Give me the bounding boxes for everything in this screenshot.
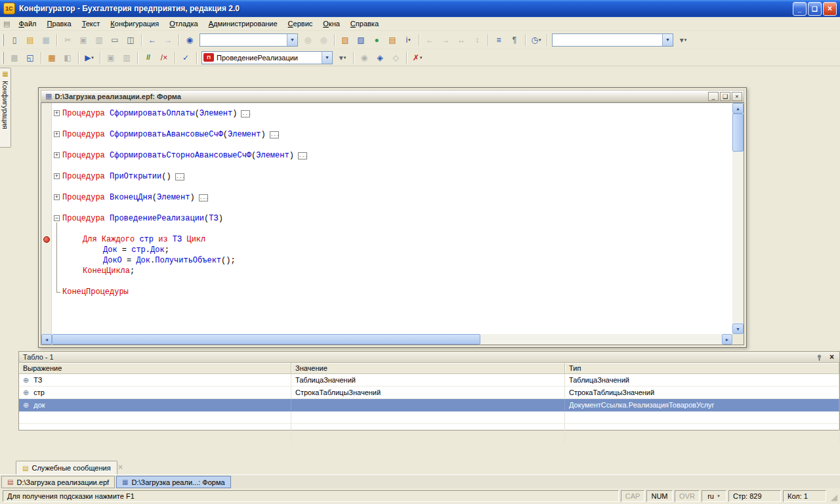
collapsed-body-icon[interactable]: ... (241, 110, 250, 117)
toolbar-grip[interactable] (2, 34, 4, 46)
bookmark-icon[interactable]: ◈ (373, 51, 387, 65)
code-line[interactable]: +Процедура ПриОткрытии()... (53, 171, 732, 182)
open-config-icon[interactable]: ▦ (45, 51, 59, 65)
code-editor[interactable]: +Процедура СформироватьОплаты(Элемент)..… (41, 102, 744, 345)
code-line[interactable] (53, 140, 732, 150)
procedure-combo[interactable]: ППроведениеРеализации▼ (201, 51, 333, 64)
tablo-cell-type[interactable]: СтрокаТаблицыЗначений (565, 387, 839, 398)
collapsed-body-icon[interactable]: ... (270, 131, 279, 138)
print-icon[interactable]: ▭ (108, 33, 122, 47)
language-indicator[interactable]: ru ▼ (702, 490, 726, 502)
window-tab-epf[interactable]: ▤D:\Загрузка реализации.epf (1, 476, 115, 488)
paste-icon[interactable]: ▥ (92, 33, 106, 47)
stopwatch-icon-dropdown[interactable]: ▾ (539, 37, 541, 43)
search-combo[interactable]: ▼ (200, 33, 298, 47)
tablo-row[interactable] (19, 411, 839, 424)
caps-lock-indicator[interactable]: CAP (621, 490, 644, 502)
start-debug-icon[interactable]: ▶▾ (82, 51, 96, 65)
copy-format-icon[interactable]: ▣ (104, 51, 118, 65)
next-bookmark-icon[interactable]: ◇ (388, 51, 403, 65)
cut-icon[interactable]: ✂ (60, 33, 75, 47)
tablo-cell-type[interactable]: ДокументСсылка.РеализацияТоваровУслуг (565, 399, 839, 411)
overwrite-indicator[interactable]: OVR (675, 490, 700, 502)
expand-icon[interactable]: + (53, 171, 62, 182)
code-line[interactable]: −Процедура ПроведениеРеализации(ТЗ) (53, 213, 732, 224)
delete-icon-dropdown[interactable]: ▾ (420, 55, 423, 60)
scroll-down-icon[interactable]: ▼ (732, 324, 744, 334)
menu-administration[interactable]: Администрирование (203, 18, 283, 30)
uncomment-icon[interactable]: /× (157, 51, 171, 65)
go-back-definition-icon[interactable]: ↕ (470, 33, 484, 47)
menu-help[interactable]: Справка (345, 18, 384, 30)
code-line[interactable] (53, 161, 732, 171)
tablo-close-icon[interactable]: × (828, 352, 835, 362)
menu-file[interactable]: Файл (13, 18, 41, 30)
search-combo-dropdown-icon[interactable]: ▼ (287, 34, 297, 46)
expand-icon[interactable]: + (53, 129, 62, 140)
compare-icon[interactable]: ◧ (60, 51, 75, 65)
update-config-icon[interactable]: ▩ (7, 51, 22, 65)
scroll-up-icon[interactable]: ▲ (732, 103, 744, 114)
menu-configuration[interactable]: Конфигурация (105, 18, 164, 30)
find-next-icon[interactable]: ◎ (301, 33, 315, 47)
copy-icon[interactable]: ▣ (76, 33, 91, 47)
expand-icon[interactable]: + (53, 108, 62, 119)
scroll-left-icon[interactable]: ◄ (41, 334, 52, 345)
delete-icon[interactable]: ✗▾ (410, 51, 425, 65)
tablo-cell-value[interactable]: ТаблицаЗначений (291, 374, 565, 386)
menu-edit[interactable]: Правка (41, 18, 76, 30)
maximize-button[interactable]: ❑ (808, 2, 822, 16)
modules-icon[interactable]: ▧ (354, 33, 368, 47)
window-tab-form[interactable]: ▦D:\Загрузка реали...: Форма (116, 476, 231, 488)
horizontal-scrollbar-thumb[interactable] (52, 334, 480, 345)
format-icon[interactable]: ¶ (507, 33, 522, 47)
breakpoint-icon[interactable] (43, 236, 50, 243)
find-procedure-icon[interactable]: ◉ (357, 51, 371, 65)
forward-icon[interactable]: → (438, 33, 453, 47)
num-lock-indicator[interactable]: NUM (646, 490, 673, 502)
combo-more-icon-dropdown[interactable]: ▾ (344, 55, 346, 60)
code-line[interactable]: +Процедура СформироватьСторноАвансовыеСч… (53, 150, 732, 161)
tablo-row[interactable]: ⊕стрСтрокаТаблицыЗначенийСтрокаТаблицыЗн… (19, 387, 839, 399)
tablo-cell-type[interactable]: ТаблицаЗначений (565, 374, 839, 386)
paste-format-icon[interactable]: ▥ (119, 51, 134, 65)
expand-icon[interactable]: ⊕ (23, 376, 29, 385)
expand-icon[interactable]: + (53, 192, 62, 203)
editor-titlebar[interactable]: ▦ D:\Загрузка реализации.epf: Форма _ ❑ … (41, 90, 744, 102)
code-line[interactable]: +Процедура СформироватьОплаты(Элемент)..… (53, 108, 732, 119)
code-line[interactable]: Для Каждого стр из ТЗ Цикл (53, 234, 732, 245)
menu-text[interactable]: Текст (77, 18, 106, 30)
redo-icon[interactable]: → (161, 33, 175, 47)
expand-icon[interactable]: ⊕ (23, 401, 29, 410)
save-icon[interactable]: ▦ (39, 33, 53, 47)
find-icon[interactable]: ◉ (182, 33, 197, 47)
code-line[interactable]: КонецПроцедуры (53, 287, 732, 297)
code-line[interactable] (53, 182, 732, 192)
code-line[interactable]: Док = стр.Док; (53, 245, 732, 255)
more-buttons-icon-dropdown[interactable]: ▾ (684, 37, 687, 43)
undo-icon[interactable]: ← (145, 33, 159, 47)
code-line[interactable]: ДокО = Док.ПолучитьОбъект(); (53, 255, 732, 266)
more-buttons-icon[interactable]: ▾▾ (676, 33, 690, 47)
code-line[interactable] (53, 276, 732, 287)
tablo-cell-value[interactable]: СтрокаТаблицыЗначений (291, 387, 565, 398)
breakpoint-gutter[interactable] (41, 103, 52, 334)
editor-maximize-button[interactable]: ❑ (720, 92, 730, 101)
collapsed-body-icon[interactable]: ... (298, 152, 307, 159)
toolbar-grip[interactable] (2, 52, 4, 64)
info-icon-dropdown[interactable]: ▾ (408, 37, 411, 43)
close-button[interactable]: × (823, 2, 837, 16)
tablo-cell-expression[interactable]: ⊕стр (19, 387, 291, 398)
code-line[interactable] (53, 203, 732, 213)
tablo-cell-expression[interactable]: ⊕док (19, 399, 291, 411)
tablo-row[interactable]: ⊕докДокументСсылка.РеализацияТоваровУслу… (19, 399, 839, 411)
procedures-list-icon[interactable]: ≡ (492, 33, 506, 47)
tablo-row[interactable]: ⊕ТЗТаблицаЗначенийТаблицаЗначений (19, 374, 839, 387)
context-combo[interactable]: ▼ (552, 33, 673, 47)
stopwatch-icon[interactable]: ◷▾ (529, 33, 543, 47)
editor-minimize-button[interactable]: _ (708, 92, 719, 101)
code-line[interactable] (53, 224, 732, 234)
horizontal-scrollbar[interactable]: ◄ ► (41, 334, 732, 345)
tablo-header[interactable]: Табло - 1 × (19, 352, 839, 363)
menu-windows[interactable]: Окна (318, 18, 345, 30)
